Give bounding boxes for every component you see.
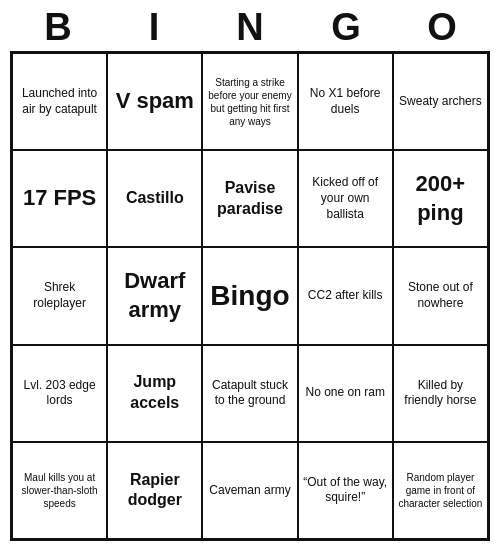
cell-r0-c4: Sweaty archers [393, 53, 488, 150]
cell-r4-c2: Caveman army [202, 442, 297, 539]
cell-r3-c4: Killed by friendly horse [393, 345, 488, 442]
bingo-letter-i: I [111, 6, 197, 49]
cell-r4-c3: “Out of the way, squire!” [298, 442, 393, 539]
cell-r0-c0: Launched into air by catapult [12, 53, 107, 150]
cell-r4-c1: Rapier dodger [107, 442, 202, 539]
cell-r0-c2: Starting a strike before your enemy but … [202, 53, 297, 150]
cell-r4-c0: Maul kills you at slower-than-sloth spee… [12, 442, 107, 539]
cell-r2-c2: Bingo [202, 247, 297, 344]
bingo-grid: Launched into air by catapultV spamStart… [10, 51, 490, 541]
cell-r1-c3: Kicked off of your own ballista [298, 150, 393, 247]
cell-r1-c1: Castillo [107, 150, 202, 247]
cell-r2-c1: Dwarf army [107, 247, 202, 344]
cell-r2-c4: Stone out of nowhere [393, 247, 488, 344]
cell-r4-c4: Random player game in front of character… [393, 442, 488, 539]
bingo-letter-b: B [15, 6, 101, 49]
cell-r1-c2: Pavise paradise [202, 150, 297, 247]
cell-r3-c0: Lvl. 203 edge lords [12, 345, 107, 442]
cell-r0-c1: V spam [107, 53, 202, 150]
bingo-letter-g: G [303, 6, 389, 49]
cell-r1-c0: 17 FPS [12, 150, 107, 247]
bingo-letter-n: N [207, 6, 293, 49]
cell-r3-c2: Catapult stuck to the ground [202, 345, 297, 442]
cell-r2-c3: CC2 after kills [298, 247, 393, 344]
bingo-header: BINGO [10, 0, 490, 51]
cell-r3-c3: No one on ram [298, 345, 393, 442]
cell-r0-c3: No X1 before duels [298, 53, 393, 150]
cell-r1-c4: 200+ ping [393, 150, 488, 247]
cell-r3-c1: Jump accels [107, 345, 202, 442]
cell-r2-c0: Shrek roleplayer [12, 247, 107, 344]
bingo-letter-o: O [399, 6, 485, 49]
